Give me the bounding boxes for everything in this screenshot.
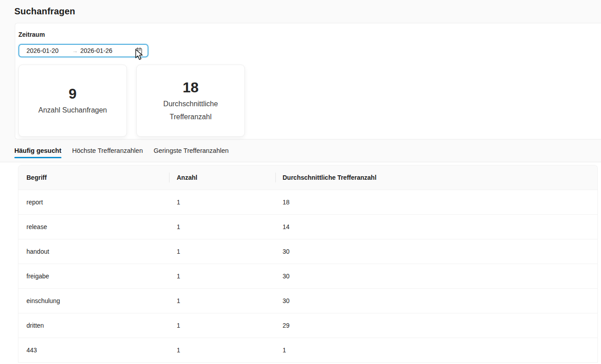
cell-begriff: handout [18,248,169,255]
column-header-anzahl: Anzahl [169,165,275,190]
stat-value: 18 [183,78,199,96]
cell-begriff: einschulung [18,297,169,304]
tab-label: Höchste Trefferanzahlen [72,147,143,154]
cell-trefferanzahl: 29 [275,313,597,338]
stat-cards-row: 9 Anzahl Suchanfragen 18 Durchschnittlic… [18,65,601,137]
cell-trefferanzahl: 30 [275,264,597,288]
table-row: dritten 1 29 [18,313,597,338]
stat-label: Anzahl Suchanfragen [39,104,107,117]
tab-hoechste-trefferanzahlen[interactable]: Höchste Trefferanzahlen [72,139,143,162]
table-row: handout 1 30 [18,239,597,264]
end-date-input[interactable]: 2026-01-26 [80,47,135,54]
stat-card-search-count: 9 Anzahl Suchanfragen [18,65,127,137]
search-terms-table: Begriff Anzahl Durchschnittliche Treffer… [18,165,598,363]
tab-geringste-trefferanzahlen[interactable]: Geringste Trefferanzahlen [153,139,228,162]
tab-label: Geringste Trefferanzahlen [153,147,228,154]
calendar-icon[interactable] [135,47,148,55]
top-region: Suchanfragen Zeitraum 2026-01-20 → 2026-… [0,0,601,162]
tab-label: Häufig gesucht [14,147,61,154]
cell-trefferanzahl: 18 [275,190,597,214]
cell-trefferanzahl: 30 [275,289,597,313]
active-tab-indicator [14,157,61,158]
stat-value: 9 [69,85,77,103]
cell-begriff: dritten [18,322,169,329]
cell-anzahl: 1 [169,338,275,362]
page-title: Suchanfragen [14,6,75,17]
column-header-begriff: Begriff [18,174,169,181]
table-row: 443 1 1 [18,338,597,363]
table-header-row: Begriff Anzahl Durchschnittliche Treffer… [18,165,597,190]
table-row: freigabe 1 30 [18,264,597,289]
title-band: Suchanfragen [0,0,601,23]
cell-begriff: report [18,199,169,206]
stat-card-average-hits: 18 Durchschnittliche Trefferanzahl [136,65,245,137]
table-row: einschulung 1 30 [18,289,597,313]
start-date-input[interactable]: 2026-01-20 [19,47,70,54]
cell-trefferanzahl: 1 [275,338,597,362]
tabs: Häufig gesucht Höchste Trefferanzahlen G… [0,139,601,162]
cell-anzahl: 1 [169,264,275,288]
cell-begriff: freigabe [18,273,169,280]
cell-anzahl: 1 [169,190,275,214]
date-range-picker[interactable]: 2026-01-20 → 2026-01-26 [18,44,148,57]
table-row: report 1 18 [18,190,597,215]
range-arrow-icon: → [70,48,80,54]
cell-anzahl: 1 [169,313,275,338]
cell-begriff: 443 [18,347,169,354]
cell-trefferanzahl: 30 [275,239,597,264]
cell-anzahl: 1 [169,289,275,313]
filter-panel: Zeitraum 2026-01-20 → 2026-01-26 9 Anzah… [15,23,601,139]
table-row: release 1 14 [18,215,597,239]
cell-trefferanzahl: 14 [275,215,597,239]
cell-begriff: release [18,223,169,230]
column-header-durchschnittliche-trefferanzahl: Durchschnittliche Trefferanzahl [275,165,597,190]
date-range-label: Zeitraum [18,31,601,38]
tab-haeufig-gesucht[interactable]: Häufig gesucht [14,139,61,162]
stat-label: Durchschnittliche Trefferanzahl [145,97,237,123]
cell-anzahl: 1 [169,215,275,239]
cell-anzahl: 1 [169,239,275,264]
